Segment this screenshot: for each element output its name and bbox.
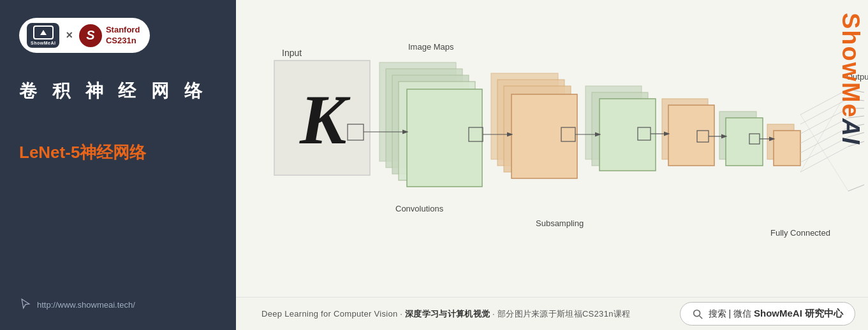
svg-rect-7: [407, 89, 482, 187]
showmeai-label: ShowMeAI: [31, 41, 55, 45]
page-title: 卷 积 神 经 网 络: [19, 78, 217, 103]
showmeai-logo: ShowMeAI: [27, 23, 59, 48]
cursor-icon: [19, 298, 32, 312]
website-link[interactable]: http://www.showmeai.tech/: [19, 298, 135, 312]
svg-rect-11: [511, 94, 577, 178]
bottom-caption: Deep Learning for Computer Vision · 深度学习…: [261, 308, 630, 320]
svg-rect-20: [774, 131, 800, 166]
image-maps-label: Image Maps: [408, 42, 454, 52]
search-badge-text: 搜索 | 微信 ShowMeAI 研究中心: [709, 308, 843, 320]
bottom-bar: Deep Learning for Computer Vision · 深度学习…: [236, 297, 868, 330]
svg-rect-16: [668, 105, 714, 166]
svg-rect-18: [726, 118, 763, 166]
search-badge[interactable]: 搜索 | 微信 ShowMeAI 研究中心: [680, 302, 855, 326]
svg-line-56: [699, 315, 702, 319]
monitor-icon: [33, 25, 54, 39]
subtitle: LeNet-5神经网络: [19, 141, 217, 164]
svg-point-55: [693, 310, 700, 316]
svg-text:Fully Connected: Fully Connected: [770, 228, 830, 238]
svg-text:Convolutions: Convolutions: [395, 204, 444, 213]
svg-rect-14: [600, 99, 656, 171]
cnn-diagram: K Image Maps: [236, 0, 868, 330]
stanford-logo: S Stanford CS231n: [79, 24, 140, 47]
stanford-text: Stanford CS231n: [106, 25, 140, 47]
left-panel: ShowMeAI × S Stanford CS231n 卷 积 神 经 网 络…: [0, 0, 236, 330]
svg-text:Subsampling: Subsampling: [536, 219, 584, 228]
logo-bar: ShowMeAI × S Stanford CS231n: [19, 18, 150, 53]
svg-text:K: K: [299, 81, 351, 159]
stanford-s-icon: S: [79, 24, 102, 47]
svg-text:Input: Input: [282, 48, 302, 58]
search-icon: [692, 308, 703, 320]
right-panel: K Image Maps: [236, 0, 868, 330]
watermark: ShowMeAI: [839, 13, 863, 317]
times-symbol: ×: [66, 29, 73, 42]
